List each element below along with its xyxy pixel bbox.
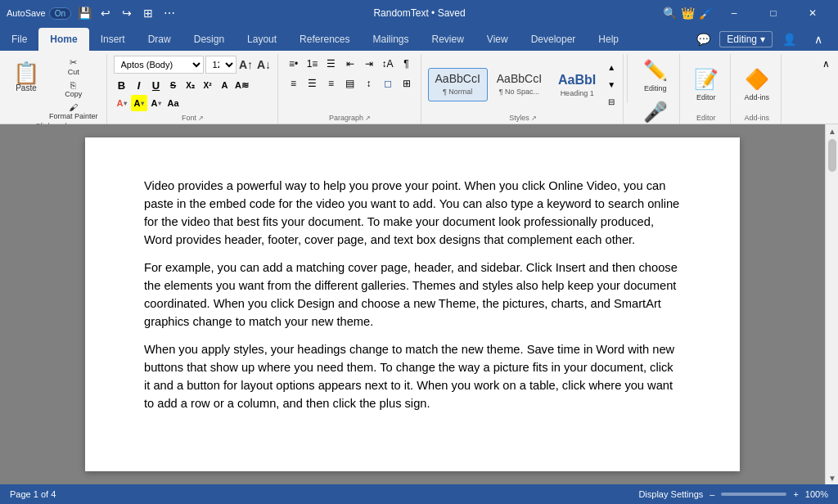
bullets-button[interactable]: ≡• xyxy=(285,56,303,72)
ribbon-tabs: File Home Insert Draw Design Layout Refe… xyxy=(0,26,838,51)
brush-icon[interactable]: 🖌️ xyxy=(697,5,714,21)
tab-help[interactable]: Help xyxy=(587,28,630,51)
clipboard-content: 📋 Paste ✂ Cut ⎘ Copy 🖌 Format Painter xyxy=(8,56,101,122)
para-expand-icon[interactable]: ↗ xyxy=(365,115,371,122)
search-icon[interactable]: 🔍 xyxy=(661,5,678,21)
italic-button[interactable]: I xyxy=(131,77,147,93)
maximize-button[interactable]: □ xyxy=(755,0,792,26)
scroll-down-button[interactable]: ▼ xyxy=(826,471,838,484)
share-icon[interactable]: 👤 xyxy=(776,28,802,51)
justify-button[interactable]: ▤ xyxy=(341,75,359,92)
zoom-out-button[interactable]: – xyxy=(710,489,714,499)
copy-button[interactable]: ⎘ Copy xyxy=(46,79,101,100)
collapse-ribbon-button[interactable]: ∧ xyxy=(817,56,835,72)
minimize-button[interactable]: – xyxy=(715,0,753,26)
tab-mailings[interactable]: Mailings xyxy=(361,28,420,51)
undo-icon[interactable]: ↩ xyxy=(97,5,114,21)
scroll-thumb[interactable] xyxy=(828,139,836,172)
layout-icon[interactable]: ⊞ xyxy=(140,5,156,21)
ribbon: 📋 Paste ✂ Cut ⎘ Copy 🖌 Format Painter Cl… xyxy=(0,51,838,124)
editor-content: 📝 Editor xyxy=(687,56,725,114)
tab-view[interactable]: View xyxy=(475,28,520,51)
clear-format-button[interactable]: A xyxy=(217,77,233,93)
styles-scroll-down-button[interactable]: ▼ xyxy=(605,77,618,93)
display-settings[interactable]: Display Settings xyxy=(638,489,703,499)
font-name-row: Aptos (Body) 12 A↑ A↓ xyxy=(114,56,273,74)
decrease-indent-button[interactable]: ⇤ xyxy=(341,56,359,72)
scroll-track xyxy=(826,137,838,471)
style-normal[interactable]: AaBbCcI ¶ Normal xyxy=(428,68,488,101)
redo-icon[interactable]: ↪ xyxy=(119,5,135,21)
tab-design[interactable]: Design xyxy=(182,28,236,51)
scroll-up-button[interactable]: ▲ xyxy=(826,124,838,137)
para-row-2: ≡ ☰ ≡ ▤ ↕ ◻ ⊞ xyxy=(285,75,416,92)
addins-content: 🔶 Add-ins xyxy=(738,56,777,114)
dictate-icon: 🎤 xyxy=(643,101,668,124)
font-expand-icon[interactable]: ↗ xyxy=(198,115,204,122)
tab-layout[interactable]: Layout xyxy=(236,28,288,51)
align-right-button[interactable]: ≡ xyxy=(322,75,340,92)
close-button[interactable]: ✕ xyxy=(794,0,831,26)
increase-indent-button[interactable]: ⇥ xyxy=(360,56,378,72)
autosave: AutoSave On xyxy=(7,7,71,20)
autosave-label: AutoSave xyxy=(7,8,46,18)
font-name-select[interactable]: Aptos (Body) xyxy=(114,56,204,74)
bold-button[interactable]: B xyxy=(114,77,130,93)
collapse-ribbon-icon[interactable]: ∧ xyxy=(805,28,831,51)
increase-font-button[interactable]: A↑ xyxy=(238,56,255,73)
addins-button[interactable]: 🔶 Add-ins xyxy=(738,65,777,105)
borders-button[interactable]: ⊞ xyxy=(398,75,416,92)
tab-references[interactable]: References xyxy=(288,28,361,51)
superscript-button[interactable]: X² xyxy=(200,77,216,93)
editing-button[interactable]: Editing ▾ xyxy=(719,31,773,47)
tab-developer[interactable]: Developer xyxy=(520,28,588,51)
numbering-button[interactable]: 1≡ xyxy=(304,56,322,72)
decrease-font-button[interactable]: A↓ xyxy=(256,56,273,73)
doc-scroll[interactable]: Video provides a powerful way to help yo… xyxy=(0,124,825,484)
highlight-button[interactable]: A▾ xyxy=(131,95,147,111)
autosave-toggle[interactable]: On xyxy=(49,7,71,20)
comment-icon[interactable]: 💬 xyxy=(690,28,716,51)
editor-button[interactable]: 📝 Editor xyxy=(687,65,725,105)
editing-button-ribbon[interactable]: ✏️ Editing xyxy=(637,56,674,96)
align-center-button[interactable]: ☰ xyxy=(304,75,322,92)
editing-label: Editing xyxy=(727,34,757,45)
zoom-in-button[interactable]: + xyxy=(793,489,798,499)
shading-button[interactable]: ◻ xyxy=(379,75,397,92)
zoom-slider[interactable] xyxy=(721,493,786,496)
style-heading1-preview: AaBbI xyxy=(558,72,596,88)
font-footer: Font ↗ xyxy=(182,114,204,124)
text-shade-button[interactable]: A▾ xyxy=(148,95,164,111)
tab-insert[interactable]: Insert xyxy=(89,28,137,51)
paste-button[interactable]: 📋 Paste xyxy=(8,56,44,98)
subscript-button[interactable]: X₂ xyxy=(182,77,199,93)
tab-draw[interactable]: Draw xyxy=(137,28,182,51)
underline-button[interactable]: U xyxy=(148,77,164,93)
status-bar: Page 1 of 4 Display Settings – + 100% xyxy=(0,484,838,504)
style-no-spacing[interactable]: AaBbCcI ¶ No Spac... xyxy=(489,68,549,101)
cut-button[interactable]: ✂ Cut xyxy=(46,56,101,78)
tab-review[interactable]: Review xyxy=(421,28,475,51)
format-painter-button[interactable]: 🖌 Format Painter xyxy=(46,101,101,122)
style-heading1[interactable]: AaBbI Heading 1 xyxy=(551,68,603,101)
customize-icon[interactable]: ⋯ xyxy=(161,5,178,21)
crown-icon[interactable]: 👑 xyxy=(679,5,696,21)
align-left-button[interactable]: ≡ xyxy=(285,75,303,92)
save-icon[interactable]: 💾 xyxy=(76,5,92,21)
vertical-scrollbar[interactable]: ▲ ▼ xyxy=(825,124,838,484)
text-effect-button[interactable]: A≋ xyxy=(234,77,250,93)
strikethrough-button[interactable]: S xyxy=(165,77,182,93)
sort-button[interactable]: ↕A xyxy=(379,56,397,72)
show-marks-button[interactable]: ¶ xyxy=(398,56,416,72)
styles-more-button[interactable]: ⊟ xyxy=(605,94,618,110)
case-button[interactable]: Aa xyxy=(165,95,182,111)
ribbon-collapse: ∧ xyxy=(817,54,835,124)
styles-scroll-up-button[interactable]: ▲ xyxy=(605,60,618,76)
line-spacing-button[interactable]: ↕ xyxy=(360,75,378,92)
tab-home[interactable]: Home xyxy=(38,28,88,51)
font-size-select[interactable]: 12 xyxy=(205,56,237,74)
styles-expand-icon[interactable]: ↗ xyxy=(531,115,537,122)
font-color-button[interactable]: A▾ xyxy=(114,95,130,111)
multilevel-button[interactable]: ☰ xyxy=(322,56,340,72)
tab-file[interactable]: File xyxy=(0,28,38,51)
